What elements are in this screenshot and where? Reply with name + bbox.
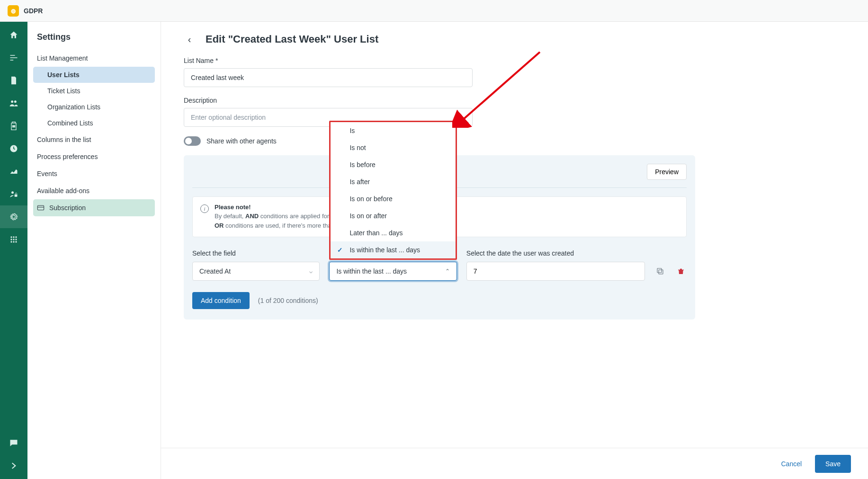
sidebar-item-process-prefs[interactable]: Process preferences bbox=[33, 148, 155, 165]
note-line2: OR conditions are used, if there's more … bbox=[215, 221, 343, 231]
svg-point-6 bbox=[10, 239, 12, 240]
info-icon: i bbox=[200, 204, 209, 213]
chevron-up-icon: ⌃ bbox=[445, 268, 450, 275]
footer: Cancel Save bbox=[161, 448, 868, 479]
note-line1: By default, AND conditions are applied f… bbox=[215, 212, 343, 221]
svg-point-3 bbox=[10, 236, 12, 238]
condition-count: (1 of 200 conditions) bbox=[258, 297, 318, 304]
document-icon[interactable] bbox=[8, 75, 19, 86]
svg-point-10 bbox=[13, 241, 14, 242]
sidebar-item-subscription[interactable]: Subscription bbox=[33, 199, 155, 216]
home-icon[interactable] bbox=[8, 29, 19, 41]
svg-point-1 bbox=[11, 191, 14, 194]
value-label: Select the date the user was created bbox=[466, 249, 645, 257]
page-header: ‹ Edit "Created Last Week" User List bbox=[184, 33, 845, 45]
dropdown-option[interactable]: Is bbox=[331, 122, 455, 139]
sidebar-item-events[interactable]: Events bbox=[33, 165, 155, 182]
dropdown-option[interactable]: Is within the last ... days bbox=[331, 241, 455, 258]
sidebar-item-addons[interactable]: Available add-ons bbox=[33, 182, 155, 199]
svg-line-15 bbox=[462, 52, 540, 121]
operator-select-value: Is within the last ... days bbox=[336, 267, 407, 275]
share-label: Share with other agents bbox=[206, 137, 277, 145]
chevron-down-icon: ⌵ bbox=[309, 268, 313, 275]
field-list-name: List Name * bbox=[184, 57, 473, 87]
sidebar-item-user-lists[interactable]: User Lists bbox=[33, 67, 155, 83]
dropdown-option[interactable]: Is on or before bbox=[331, 190, 455, 207]
sidebar-group-list-mgmt: List Management User Lists Ticket Lists … bbox=[33, 50, 155, 131]
list-icon[interactable] bbox=[8, 52, 19, 63]
svg-point-4 bbox=[13, 236, 14, 238]
share-toggle-row: Share with other agents bbox=[184, 136, 845, 146]
sidebar-title: Settings bbox=[33, 32, 155, 50]
operator-dropdown: IsIs notIs beforeIs afterIs on or before… bbox=[329, 121, 456, 260]
list-name-input[interactable] bbox=[184, 68, 473, 87]
svg-rect-14 bbox=[657, 268, 662, 273]
users-icon[interactable] bbox=[8, 98, 19, 109]
value-input[interactable] bbox=[466, 262, 645, 281]
add-condition-row: Add condition (1 of 200 conditions) bbox=[192, 292, 687, 309]
main: ‹ Edit "Created Last Week" User List Lis… bbox=[161, 22, 868, 479]
svg-point-8 bbox=[15, 239, 17, 240]
dropdown-option[interactable]: Is not bbox=[331, 139, 455, 156]
copy-icon bbox=[656, 267, 664, 275]
dropdown-option[interactable]: Later than ... days bbox=[331, 224, 455, 241]
app-name: GDPR bbox=[24, 7, 43, 15]
dropdown-option[interactable]: Is after bbox=[331, 173, 455, 190]
svg-point-5 bbox=[15, 236, 17, 238]
preview-button[interactable]: Preview bbox=[647, 164, 687, 180]
main-content: ‹ Edit "Created Last Week" User List Lis… bbox=[161, 22, 868, 448]
back-button[interactable]: ‹ bbox=[184, 34, 195, 45]
cancel-button[interactable]: Cancel bbox=[781, 460, 802, 468]
clock-icon[interactable] bbox=[8, 143, 19, 154]
clipboard-icon[interactable] bbox=[8, 120, 19, 132]
dropdown-option[interactable]: Is on or after bbox=[331, 207, 455, 224]
operator-select[interactable]: Is within the last ... days ⌃ bbox=[329, 262, 456, 281]
chat-icon[interactable] bbox=[8, 437, 19, 449]
svg-point-11 bbox=[15, 241, 17, 242]
condition-field-col: Select the field Created At ⌵ bbox=[192, 249, 320, 281]
sidebar-item-ticket-lists[interactable]: Ticket Lists bbox=[33, 83, 155, 99]
field-select-value: Created At bbox=[199, 267, 231, 275]
layout: Settings List Management User Lists Tick… bbox=[0, 22, 868, 479]
app-logo-icon: ◍ bbox=[8, 5, 19, 17]
svg-point-7 bbox=[13, 239, 14, 240]
add-condition-button[interactable]: Add condition bbox=[192, 292, 250, 309]
sidebar-item-combined-lists[interactable]: Combined Lists bbox=[33, 115, 155, 131]
card-icon bbox=[37, 204, 45, 212]
sidebar-item-label: Subscription bbox=[49, 204, 86, 212]
svg-point-9 bbox=[10, 241, 12, 242]
apps-icon[interactable] bbox=[8, 234, 19, 245]
settings-sidebar: Settings List Management User Lists Tick… bbox=[27, 22, 161, 479]
sidebar-item-columns[interactable]: Columns in the list bbox=[33, 131, 155, 148]
sidebar-item-org-lists[interactable]: Organization Lists bbox=[33, 99, 155, 115]
expand-icon[interactable] bbox=[8, 460, 19, 471]
svg-rect-13 bbox=[659, 270, 663, 274]
share-toggle[interactable] bbox=[184, 136, 201, 146]
note-title: Please note! bbox=[215, 204, 343, 211]
settings-icon[interactable] bbox=[0, 205, 27, 228]
sidebar-group-label[interactable]: List Management bbox=[33, 50, 155, 67]
list-name-label: List Name * bbox=[184, 57, 473, 64]
chart-icon[interactable] bbox=[8, 166, 19, 177]
topbar: ◍ GDPR bbox=[0, 0, 868, 22]
dropdown-option[interactable]: Is before bbox=[331, 156, 455, 173]
description-label: Description bbox=[184, 97, 473, 104]
page-title: Edit "Created Last Week" User List bbox=[206, 33, 378, 45]
field-select[interactable]: Created At ⌵ bbox=[192, 262, 320, 281]
save-button[interactable]: Save bbox=[815, 455, 851, 473]
user-lock-icon[interactable] bbox=[8, 188, 19, 200]
nav-rail bbox=[0, 22, 27, 479]
delete-condition-button[interactable] bbox=[675, 262, 687, 281]
trash-icon bbox=[677, 267, 685, 275]
condition-value-col: Select the date the user was created bbox=[466, 249, 645, 281]
svg-rect-12 bbox=[37, 205, 44, 210]
svg-rect-2 bbox=[15, 195, 18, 197]
copy-condition-button[interactable] bbox=[654, 262, 666, 281]
field-select-label: Select the field bbox=[192, 249, 320, 257]
